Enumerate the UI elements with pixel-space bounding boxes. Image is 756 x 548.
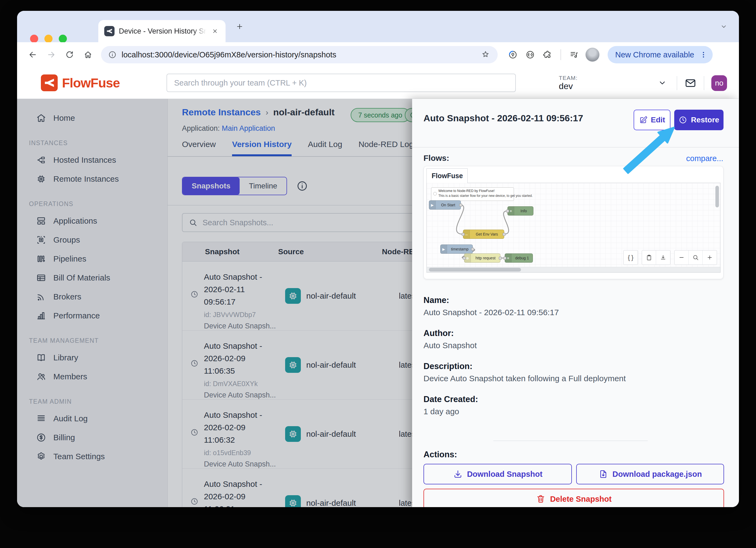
tab-node-red-logs[interactable]: Node-RED Logs: [359, 140, 418, 156]
team-selector[interactable]: TEAM: dev: [559, 75, 578, 91]
browser-tab[interactable]: Device - Version History Snap: [98, 20, 226, 42]
team-search-input[interactable]: [167, 74, 516, 92]
zoom-in-button[interactable]: [703, 250, 717, 265]
sidebar-item-brokers[interactable]: Brokers: [17, 287, 167, 306]
edit-button[interactable]: Edit: [634, 110, 670, 130]
sidebar-item-applications[interactable]: Applications: [17, 211, 167, 230]
team-chevron-down-icon[interactable]: [658, 78, 667, 88]
snapshot-cell: Auto Snapshot - 2026-02-11 09:56:17 id: …: [182, 262, 285, 330]
snapshot-row[interactable]: Auto Snapshot - 2026-02-09 11:06:21 nol-…: [182, 469, 449, 507]
chrome-update-pill[interactable]: New Chrome available: [608, 46, 713, 63]
breadcrumb-parent-link[interactable]: Remote Instances: [182, 107, 261, 118]
drawer-divider: [412, 147, 739, 148]
canvas-hscroll-thumb[interactable]: [429, 268, 521, 272]
snapshot-row[interactable]: Auto Snapshot - 2026-02-11 09:56:17 id: …: [182, 262, 449, 331]
section-divider: [168, 205, 449, 205]
canvas-vscroll-thumb[interactable]: [715, 186, 719, 207]
tab-close-icon[interactable]: [211, 27, 220, 36]
sidebar-item-label: Billing: [53, 433, 75, 442]
detail-value: Device Auto Snapshot taken following a F…: [423, 374, 721, 383]
tab-search-icon[interactable]: [718, 21, 729, 32]
bill-of-materials-icon: [36, 273, 46, 283]
snapshot-row[interactable]: Auto Snapshot - 2026-02-09 11:06:35 id: …: [182, 331, 449, 400]
chrome-profile-avatar[interactable]: [585, 48, 599, 62]
toggle-snapshots[interactable]: Snapshots: [183, 177, 240, 195]
extensions-row: [507, 48, 599, 62]
node-label: debug 1: [511, 256, 533, 260]
sidebar-item-audit-log[interactable]: Audit Log: [17, 409, 167, 428]
sidebar-item-team-settings[interactable]: Team Settings: [17, 447, 167, 466]
tab-overview[interactable]: Overview: [182, 140, 216, 156]
address-bar[interactable]: localhost:3000/device/O65j96mX8e/version…: [101, 46, 498, 63]
flow-node-info: ≡Info: [507, 206, 533, 216]
node-label: timestamp: [447, 247, 473, 251]
media-playlist-icon[interactable]: [568, 49, 580, 61]
library-icon: [36, 353, 46, 363]
sidebar-item-remote-instances[interactable]: Remote Instances: [17, 169, 167, 188]
flowfuse-logo[interactable]: FlowFuse: [41, 74, 120, 91]
notifications-mail-icon[interactable]: [684, 77, 697, 89]
delete-snapshot-button[interactable]: Delete Snapshot: [423, 489, 724, 507]
window-close-button[interactable]: [30, 35, 38, 43]
application-link[interactable]: Main Application: [222, 124, 275, 132]
zoom-reset-button[interactable]: [689, 250, 703, 265]
sidebar-item-performance[interactable]: Performance: [17, 306, 167, 325]
sidebar-item-hosted-instances[interactable]: Hosted Instances: [17, 151, 167, 169]
back-button[interactable]: [25, 47, 41, 63]
copy-button[interactable]: [642, 250, 656, 265]
user-avatar[interactable]: no: [711, 75, 727, 91]
window-minimize-button[interactable]: [44, 35, 53, 43]
delete-snapshot-label: Delete Snapshot: [550, 495, 611, 504]
breadcrumb-separator: ›: [266, 108, 268, 117]
sidebar-item-bill-of-materials[interactable]: Bill Of Materials: [17, 268, 167, 287]
source-name: nol-air-default: [306, 360, 356, 370]
flow-node-on-start: ▶On Start: [429, 200, 461, 210]
site-info-icon[interactable]: [108, 50, 117, 59]
sidebar-section-instances: INSTANCES: [17, 128, 167, 151]
window-controls: [30, 35, 67, 43]
json-view-button[interactable]: { }: [624, 250, 638, 265]
detail-label: Description:: [423, 361, 721, 371]
node-output-port: [503, 233, 506, 236]
download-snapshot-button[interactable]: Download Snapshot: [423, 464, 572, 484]
download-flow-button[interactable]: [656, 250, 670, 265]
hosted-instances-icon: [36, 155, 46, 165]
detail-label: Name:: [423, 295, 721, 305]
snapshot-row[interactable]: Auto Snapshot - 2026-02-09 11:06:32 id: …: [182, 400, 449, 469]
chrome-home-button[interactable]: [80, 47, 96, 63]
flow-node-timestamp: ▶timestamp: [440, 244, 473, 254]
bookmark-star-icon[interactable]: [481, 50, 491, 60]
info-icon[interactable]: [296, 180, 308, 192]
sidebar-item-billing[interactable]: Billing: [17, 428, 167, 447]
download-package-button[interactable]: Download package.json: [576, 464, 724, 484]
new-tab-button[interactable]: [234, 21, 246, 32]
tab-version-history[interactable]: Version History: [232, 140, 292, 156]
detail-author-: Author: Auto Snapshot: [423, 328, 721, 350]
sidebar-item-library[interactable]: Library: [17, 348, 167, 367]
forward-button[interactable]: [43, 47, 59, 63]
toggle-timeline[interactable]: Timeline: [240, 177, 286, 195]
restore-button[interactable]: Restore: [674, 110, 724, 130]
tab-audit-log[interactable]: Audit Log: [308, 140, 342, 156]
edit-button-label: Edit: [651, 116, 665, 124]
node-label: Get Env Vars: [470, 232, 504, 236]
sidebar-item-members[interactable]: Members: [17, 367, 167, 386]
sidebar-item-groups[interactable]: Groups: [17, 230, 167, 249]
extensions-puzzle-icon[interactable]: [542, 49, 553, 61]
braces-extension-icon[interactable]: [524, 49, 536, 61]
sidebar-item-label: Home: [53, 113, 75, 123]
sidebar-item-pipelines[interactable]: Pipelines: [17, 249, 167, 268]
compare-link[interactable]: compare...: [686, 154, 723, 163]
breadcrumb-current: nol-air-default: [273, 107, 335, 118]
sidebar-item-home[interactable]: Home: [17, 109, 167, 128]
snapshot-search-box: [182, 213, 442, 232]
device-chip-icon: [285, 288, 301, 304]
reload-button[interactable]: [61, 47, 78, 63]
chrome-menu-icon[interactable]: [698, 49, 709, 60]
zoom-out-button[interactable]: [674, 250, 689, 265]
window-zoom-button[interactable]: [59, 35, 67, 43]
comment-line-2: This is a basic starter flow for your ne…: [438, 194, 511, 198]
snapshot-search-input[interactable]: [203, 218, 435, 227]
device-chip-icon: [285, 357, 301, 373]
password-manager-icon[interactable]: [507, 49, 519, 61]
